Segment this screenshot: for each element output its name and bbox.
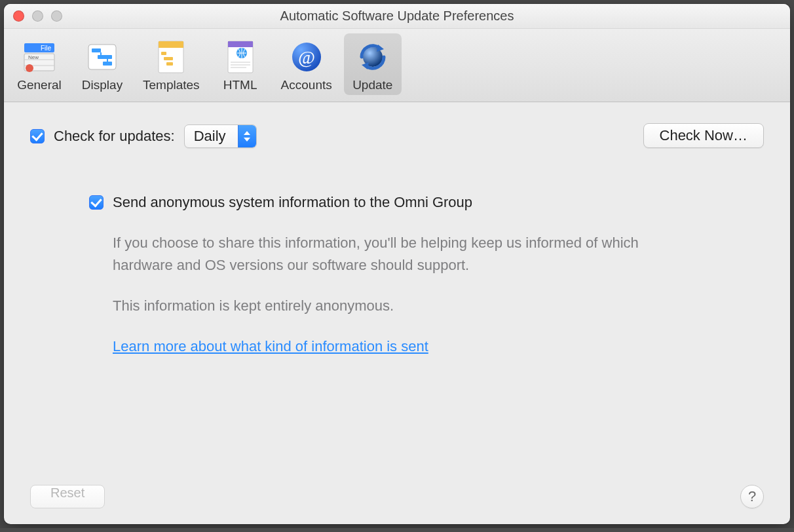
- svg-text:@: @: [298, 47, 315, 67]
- reset-button-label: Reset: [50, 485, 85, 500]
- reset-button[interactable]: Reset: [30, 485, 105, 508]
- send-anonymous-label: Send anonymous system information to the…: [113, 194, 472, 211]
- tab-general[interactable]: File New General: [10, 33, 68, 95]
- anonymous-desc-paragraph-2: This information is kept entirely anonym…: [113, 295, 650, 317]
- tab-templates-label: Templates: [143, 78, 200, 92]
- tab-general-label: General: [17, 78, 62, 92]
- svg-point-6: [26, 64, 33, 72]
- check-for-updates-label: Check for updates:: [54, 128, 175, 145]
- anonymous-description: If you choose to share this information,…: [113, 232, 650, 358]
- svg-rect-15: [161, 52, 166, 55]
- svg-text:New: New: [28, 54, 39, 60]
- update-icon: [353, 37, 392, 77]
- svg-rect-19: [228, 41, 253, 47]
- titlebar: Automatic Software Update Preferences: [4, 4, 790, 29]
- check-for-updates-checkbox[interactable]: [30, 129, 45, 143]
- svg-rect-17: [166, 62, 173, 66]
- anonymous-desc-paragraph-1: If you choose to share this information,…: [113, 232, 650, 276]
- help-icon: ?: [748, 488, 756, 505]
- tab-accounts[interactable]: @ Accounts: [274, 33, 339, 95]
- send-anonymous-row: Send anonymous system information to the…: [89, 194, 692, 211]
- footer-row: Reset ?: [30, 485, 764, 508]
- html-icon: [221, 37, 260, 77]
- update-frequency-select[interactable]: Daily: [184, 124, 257, 148]
- svg-rect-8: [92, 48, 101, 52]
- send-anonymous-checkbox[interactable]: [89, 195, 104, 210]
- tab-accounts-label: Accounts: [281, 78, 332, 92]
- svg-text:File: File: [41, 45, 52, 52]
- stepper-arrows-icon: [238, 125, 256, 147]
- window-controls: [13, 10, 62, 22]
- update-pane: Check for updates: Daily Check Now… Send…: [4, 102, 790, 524]
- tab-html-label: HTML: [223, 78, 257, 92]
- tab-display-label: Display: [82, 78, 123, 92]
- svg-rect-10: [103, 62, 112, 66]
- window-title: Automatic Software Update Preferences: [4, 9, 790, 24]
- svg-rect-14: [159, 41, 183, 48]
- check-now-button[interactable]: Check Now…: [643, 123, 764, 148]
- tab-update[interactable]: Update: [344, 33, 402, 95]
- svg-rect-9: [98, 55, 112, 59]
- close-window-button[interactable]: [13, 10, 24, 22]
- preferences-window: Automatic Software Update Preferences Fi…: [4, 4, 790, 524]
- accounts-icon: @: [287, 37, 326, 77]
- tab-update-label: Update: [352, 78, 392, 92]
- update-frequency-value: Daily: [185, 128, 238, 145]
- check-now-label: Check Now…: [660, 127, 747, 144]
- preferences-toolbar: File New General: [4, 29, 790, 102]
- svg-rect-16: [164, 57, 173, 60]
- tab-display[interactable]: Display: [73, 33, 131, 95]
- minimize-window-button[interactable]: [32, 10, 43, 22]
- tab-templates[interactable]: Templates: [136, 33, 206, 95]
- display-icon: [83, 37, 122, 77]
- help-button[interactable]: ?: [740, 485, 764, 508]
- tab-html[interactable]: HTML: [212, 33, 269, 95]
- templates-icon: [151, 37, 191, 77]
- learn-more-link[interactable]: Learn more about what kind of informatio…: [113, 338, 428, 354]
- zoom-window-button[interactable]: [51, 10, 62, 22]
- anonymous-info-section: Send anonymous system information to the…: [89, 194, 692, 358]
- general-icon: File New: [20, 37, 59, 77]
